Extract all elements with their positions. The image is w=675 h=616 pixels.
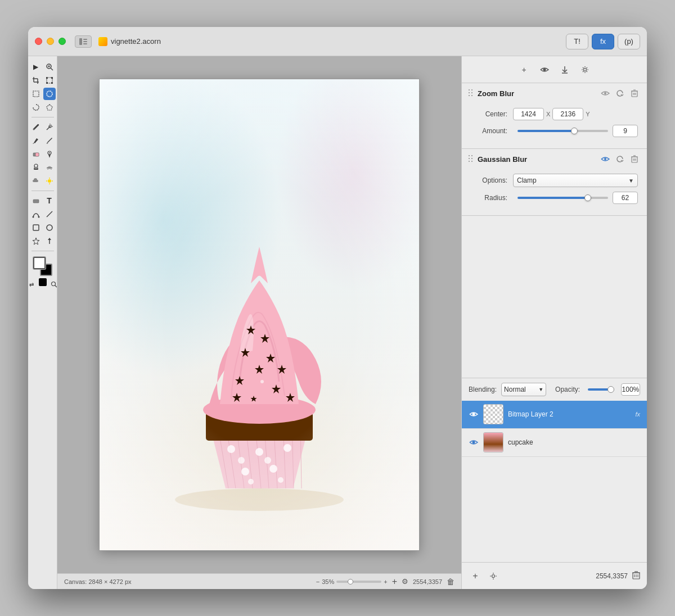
tool-smudge[interactable] (43, 161, 56, 174)
svg-point-40 (38, 216, 39, 218)
gaussian-blur-options-wrapper: Clamp ▼ (513, 174, 638, 187)
foreground-color-swatch[interactable] (33, 257, 46, 269)
tool-star[interactable] (30, 235, 42, 247)
canvas-container[interactable] (57, 56, 461, 573)
tools-panel-button[interactable]: T! (566, 34, 588, 49)
gaussian-blur-delete-icon[interactable] (629, 153, 640, 165)
layer-bitmap-2[interactable]: Bitmap Layer 2 fx (462, 401, 647, 429)
zoom-blur-center-x-input[interactable] (513, 108, 544, 120)
layer-settings-icon[interactable] (487, 569, 500, 583)
gaussian-blur-content: Options: Clamp ▼ Radius: (462, 169, 647, 215)
color-swatches: ⇄ (28, 257, 57, 291)
fg-bg-swatches[interactable] (33, 257, 52, 276)
zoom-plus-icon[interactable]: + (384, 578, 387, 585)
tool-rect-select[interactable] (30, 88, 42, 100)
svg-point-47 (51, 282, 55, 286)
svg-marker-46 (48, 238, 51, 240)
zoom-blur-drag-handle[interactable] (469, 89, 473, 97)
gaussian-blur-visibility-icon[interactable] (600, 153, 611, 165)
zoom-blur-amount-label: Amount: (471, 127, 507, 135)
zoom-blur-amount-thumb[interactable] (571, 128, 578, 134)
tool-arrow[interactable] (43, 235, 56, 247)
tool-lasso[interactable] (30, 101, 42, 114)
zoom-blur-reset-icon[interactable] (614, 88, 626, 99)
layer-thumb-1 (483, 404, 503, 424)
tool-bezier[interactable] (30, 208, 42, 220)
gear-settings-icon[interactable]: ⚙ (402, 577, 408, 586)
minimize-button[interactable] (47, 38, 54, 45)
layer-visibility-icon-2[interactable] (469, 437, 479, 447)
svg-rect-17 (33, 91, 39, 97)
sidebar-toggle-button[interactable] (75, 35, 92, 48)
zoom-blur-delete-icon[interactable] (629, 88, 640, 99)
settings-gear-icon[interactable] (578, 63, 592, 76)
tool-line[interactable] (43, 208, 56, 220)
tool-rect-draw[interactable] (30, 221, 42, 234)
tool-rect-shape[interactable] (30, 194, 42, 207)
tool-ellipse-select[interactable] (43, 88, 56, 100)
layer-checkerboard (484, 405, 503, 424)
canvas-image (100, 79, 419, 550)
zoom-blur-amount-slider[interactable] (518, 130, 608, 132)
tool-clone[interactable] (43, 148, 56, 160)
layer-cupcake[interactable]: cupcake (462, 429, 647, 457)
layers-list: Bitmap Layer 2 fx cupcake (462, 401, 647, 563)
gaussian-blur-reset-icon[interactable] (614, 153, 626, 165)
close-button[interactable] (35, 38, 42, 45)
tool-text[interactable]: T (43, 194, 56, 207)
status-right: + ⚙ 2554,3357 🗑 (392, 577, 454, 587)
zoom-slider-track[interactable] (336, 581, 381, 583)
trash-icon[interactable]: 🗑 (447, 577, 454, 586)
zoom-blur-amount-row: Amount: 9 (471, 125, 638, 137)
tool-select[interactable]: ▶ (30, 61, 42, 73)
add-filter-button[interactable]: + (518, 63, 531, 76)
svg-rect-42 (33, 225, 39, 230)
tool-magic-wand[interactable] (43, 121, 56, 133)
zoom-blur-actions (600, 88, 640, 99)
eye-icon[interactable] (538, 63, 551, 76)
tool-cloud[interactable] (30, 175, 42, 187)
gaussian-blur-options-select[interactable]: Clamp ▼ (513, 174, 638, 187)
swap-colors-button[interactable]: ⇄ (28, 278, 38, 291)
zoom-minus-icon[interactable]: − (316, 578, 320, 585)
svg-point-30 (49, 152, 50, 153)
add-layer-button[interactable]: + (469, 569, 482, 583)
gaussian-blur-drag-handle[interactable] (469, 155, 473, 163)
opacity-slider-thumb[interactable] (608, 386, 614, 393)
zoom-tool-small[interactable] (48, 278, 58, 291)
blending-mode-select[interactable]: Normal ▼ (501, 383, 546, 396)
tool-transform[interactable] (43, 74, 56, 87)
tool-stamp[interactable] (30, 161, 42, 174)
svg-point-43 (47, 225, 52, 230)
opacity-slider[interactable] (588, 388, 613, 391)
gaussian-blur-radius-thumb[interactable] (584, 194, 591, 201)
maximize-button[interactable] (58, 38, 66, 45)
tool-eraser[interactable] (30, 148, 42, 160)
script-panel-button[interactable]: (p) (618, 34, 640, 49)
gaussian-blur-radius-slider[interactable] (518, 197, 608, 199)
tool-pen[interactable] (30, 134, 42, 147)
download-icon[interactable] (558, 63, 572, 76)
zoom-blur-visibility-icon[interactable] (600, 88, 611, 99)
delete-layer-button[interactable] (632, 570, 640, 581)
tool-poly-lasso[interactable] (43, 101, 56, 114)
tool-brighten[interactable] (43, 175, 56, 187)
zoom-blur-header: Zoom Blur (462, 83, 647, 103)
tool-ellipse-draw[interactable] (43, 221, 56, 234)
tool-brush[interactable] (43, 134, 56, 147)
fx-panel-button[interactable]: fx (592, 34, 614, 49)
panel-toolbar: + (462, 56, 647, 83)
tool-crop[interactable] (30, 74, 42, 87)
tool-zoom[interactable] (43, 61, 56, 73)
zoom-slider-thumb[interactable] (348, 579, 353, 585)
zoom-blur-amount-value: 9 (613, 125, 638, 137)
svg-rect-16 (51, 82, 53, 84)
tool-eyedropper[interactable] (30, 121, 42, 133)
layer-visibility-icon-1[interactable] (469, 409, 479, 419)
layer-name-1: Bitmap Layer 2 (508, 410, 631, 418)
canvas-status-bar: Canvas: 2848 × 4272 px − 35% + + ⚙ 2554,… (57, 573, 461, 589)
gaussian-blur-title: Gaussian Blur (478, 155, 595, 164)
zoom-blur-center-y-input[interactable] (552, 108, 583, 120)
add-layer-button[interactable]: + (392, 577, 397, 587)
default-colors-button[interactable] (39, 278, 47, 286)
